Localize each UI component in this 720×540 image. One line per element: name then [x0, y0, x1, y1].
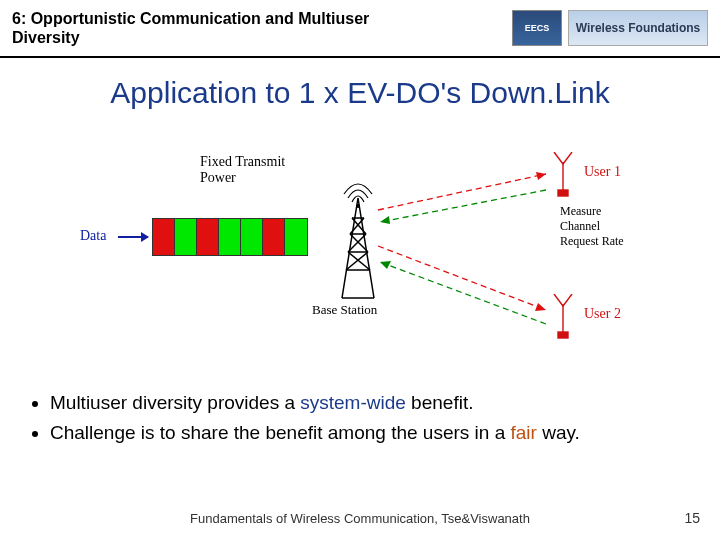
bullet-item: Multiuser diversity provides a system-wi…: [50, 390, 696, 416]
svg-point-0: [356, 204, 360, 208]
downlink-diagram: Fixed Transmit Power Data Base Station: [80, 150, 640, 360]
svg-rect-2: [558, 190, 568, 196]
bullet-list: Multiuser diversity provides a system-wi…: [30, 390, 696, 445]
highlight-text: fair: [511, 422, 537, 443]
data-block: [241, 219, 263, 255]
data-label: Data: [80, 228, 106, 244]
base-station-icon: [336, 180, 380, 300]
svg-marker-10: [535, 303, 546, 311]
svg-line-9: [378, 246, 546, 310]
logo-group: EECS Wireless Foundations: [512, 10, 708, 46]
data-block: [285, 219, 307, 255]
wireless-foundations-logo: Wireless Foundations: [568, 10, 708, 46]
eecs-logo: EECS: [512, 10, 562, 46]
chapter-title: 6: Opportunistic Communication and Multi…: [12, 9, 392, 47]
svg-line-11: [380, 262, 546, 324]
slide-title: Application to 1 x EV-DO's Down.Link: [0, 76, 720, 110]
user1-label: User 1: [584, 164, 621, 180]
slide-header: 6: Opportunistic Communication and Multi…: [0, 0, 720, 58]
svg-marker-8: [380, 216, 390, 224]
page-number: 15: [684, 510, 700, 526]
data-block: [219, 219, 241, 255]
measure-channel-label: Measure Channel Request Rate: [560, 204, 640, 249]
bullet-item: Challenge is to share the benefit among …: [50, 420, 696, 446]
svg-marker-6: [536, 172, 546, 180]
data-block: [175, 219, 197, 255]
svg-line-5: [378, 174, 546, 210]
user2-antenna-icon: [550, 294, 576, 340]
data-arrow-icon: [118, 236, 148, 238]
highlight-text: system-wide: [300, 392, 406, 413]
data-block: [263, 219, 285, 255]
fixed-transmit-power-label: Fixed Transmit Power: [200, 154, 285, 186]
svg-rect-4: [558, 332, 568, 338]
data-block: [153, 219, 175, 255]
data-block: [197, 219, 219, 255]
user1-antenna-icon: [550, 152, 576, 198]
svg-line-7: [380, 190, 546, 222]
user2-label: User 2: [584, 306, 621, 322]
base-station-label: Base Station: [312, 302, 377, 318]
footer-text: Fundamentals of Wireless Communication, …: [0, 511, 720, 526]
data-blocks: [152, 218, 308, 256]
svg-marker-12: [380, 261, 391, 269]
